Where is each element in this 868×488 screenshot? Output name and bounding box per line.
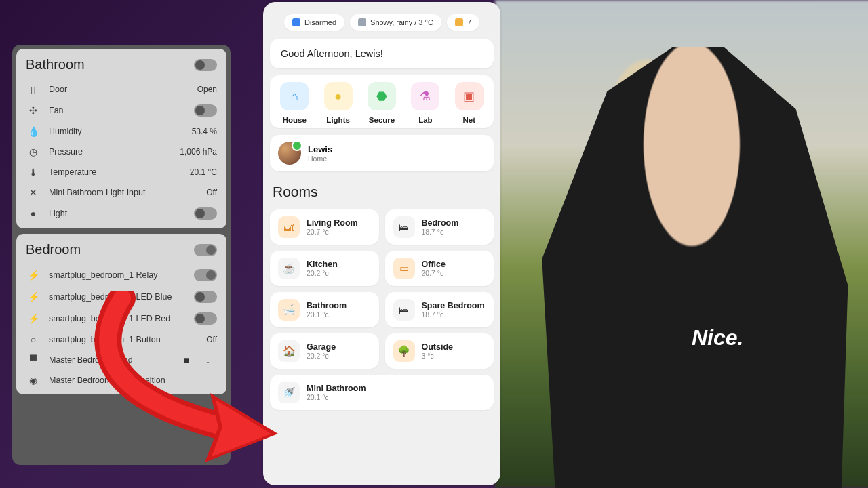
room-name: Kitchen [307,260,338,269]
room-card[interactable]: 🚿Mini Bathroom20.1 °c [270,375,494,410]
entity-label: Fan [41,106,194,115]
section-toggle[interactable] [194,59,217,71]
room-card[interactable]: 🛏Spare Bedroom18.7 °c [385,292,494,327]
entity-label: smartplug_bedroom_1 LED Blue [41,292,194,302]
old-dashboard-panel: Bathroom▯DoorOpen✣Fan💧Humidity53.4 %◷Pre… [12,45,231,465]
quick-tile[interactable]: ⬣Secure [361,82,402,124]
tile-label: Net [449,116,490,124]
entity-label: Pressure [41,147,180,157]
status-chip[interactable]: Disarmed [284,14,344,30]
entity-toggle[interactable] [194,269,217,281]
entity-label: Mini Bathroom Light Input [41,188,206,197]
entity-row[interactable]: ●Light [19,203,224,224]
quick-tile[interactable]: ⚗Lab [405,82,446,124]
chip-label: Snowy, rainy / 3 °C [370,18,433,26]
plug-icon: ⚡ [26,270,41,281]
entity-row[interactable]: ✕Mini Bathroom Light InputOff [19,182,224,203]
entity-toggle[interactable] [194,104,217,117]
entity-row[interactable]: ○smartplug_bedroom_1 ButtonOff [19,329,224,350]
room-name: Living Room [307,218,358,228]
room-card[interactable]: 🏠Garage20.2 °c [270,333,379,369]
old-section: Bedroom⚡smartplug_bedroom_1 Relay⚡smartp… [16,234,226,394]
room-temp: 20.1 °c [307,393,366,401]
room-card[interactable]: ▭Office20.7 °c [385,251,494,286]
entity-row[interactable]: ▯DoorOpen [19,79,224,100]
entity-row[interactable]: 💧Humidity53.4 % [19,121,224,142]
bulb-icon: ● [324,82,353,110]
entity-label: Light [41,209,194,218]
room-temp: 20.2 °c [307,352,336,360]
room-name: Spare Bedroom [422,301,485,310]
entity-label: smartplug_bedroom_1 Relay [41,270,194,280]
light-icon: ● [26,208,41,219]
entity-label: Humidity [41,127,192,136]
room-temp: 20.2 °c [307,269,338,277]
blind-icon: ▀ [26,354,41,365]
fan-icon: ✣ [26,105,41,116]
user-name: Lewis [308,144,332,155]
user-presence-card[interactable]: Lewis Home [270,135,494,171]
entity-value: Off [206,188,217,197]
quick-tile[interactable]: ●Lights [317,82,358,124]
room-name: Mini Bathroom [307,384,366,393]
shield-icon [292,18,300,26]
quick-tile[interactable]: ⌂House [274,82,315,124]
chip-label: 7 [467,18,471,26]
section-title: Bathroom [26,57,85,73]
entity-label: smartplug_bedroom_1 LED Red [41,314,194,323]
room-card[interactable]: 🛏Bedroom18.7 °c [385,209,494,245]
entity-row[interactable]: ✣Fan [19,100,224,121]
room-name: Garage [307,342,336,352]
user-location: Home [308,155,332,163]
room-card[interactable]: 🛁Bathroom20.1 °c [270,292,379,327]
status-chip-row: DisarmedSnowy, rainy / 3 °C7 [270,14,494,30]
entity-row[interactable]: ⚡smartplug_bedroom_1 LED Red [19,308,224,329]
room-temp: 3 °c [422,352,454,360]
status-chip[interactable]: Snowy, rainy / 3 °C [350,14,441,30]
room-card[interactable]: ☕Kitchen20.2 °c [270,251,379,286]
pressure-icon: ◷ [26,146,41,157]
circle-icon: ○ [26,334,41,345]
room-icon: ☕ [278,258,300,279]
entity-row[interactable]: ⚡smartplug_bedroom_1 Relay [19,264,224,286]
entity-toggle[interactable] [194,312,217,325]
entity-value: Off [206,335,217,344]
room-name: Outside [422,342,454,352]
plug-icon: ⚡ [26,291,41,302]
room-card[interactable]: 🛋Living Room20.7 °c [270,209,379,245]
room-card[interactable]: 🌳Outside3 °c [385,333,494,369]
room-icon: 🛏 [393,216,415,238]
quick-tiles-card: ⌂House●Lights⬣Secure⚗Lab▣Net [270,75,494,128]
room-icon: 🛋 [278,216,300,238]
room-icon: 🛏 [393,299,415,321]
entity-row[interactable]: ◷Pressure1,006 hPa [19,142,224,162]
room-icon: 🛁 [278,299,300,321]
bulb-icon [455,18,463,26]
entity-label: smartplug_bedroom_1 Button [41,335,206,344]
shield-icon: ⬣ [368,82,396,110]
entity-row[interactable]: ⚡smartplug_bedroom_1 LED Blue [19,286,224,308]
entity-label: Master Bedroom Blind [41,355,184,365]
entity-row[interactable]: ◉Master Bedroom Blind Position [19,370,224,390]
rooms-heading: Rooms [273,184,491,200]
entity-row[interactable]: ▀Master Bedroom Blind■ ↓ [19,350,224,370]
net-icon: ▣ [455,82,484,110]
status-chip[interactable]: 7 [447,14,479,30]
quick-tile[interactable]: ▣Net [449,82,490,124]
entity-toggle[interactable] [194,291,217,303]
avatar [278,142,301,165]
room-name: Bedroom [422,218,459,228]
old-section: Bathroom▯DoorOpen✣Fan💧Humidity53.4 %◷Pre… [16,49,226,228]
entity-value: 20.1 °C [190,167,217,177]
blind-controls[interactable]: ■ ↓ [184,354,217,365]
entity-value: Open [197,85,217,94]
tile-label: Secure [361,116,402,124]
room-temp: 18.7 °c [422,310,485,319]
section-toggle[interactable] [194,244,217,256]
room-icon: 🏠 [278,340,300,362]
new-dashboard-phone: DisarmedSnowy, rainy / 3 °C7 Good Aftern… [263,2,500,485]
room-name: Bathroom [307,301,347,310]
room-temp: 20.7 °c [307,228,358,236]
entity-row[interactable]: 🌡Temperature20.1 °C [19,162,224,182]
entity-toggle[interactable] [194,207,217,220]
